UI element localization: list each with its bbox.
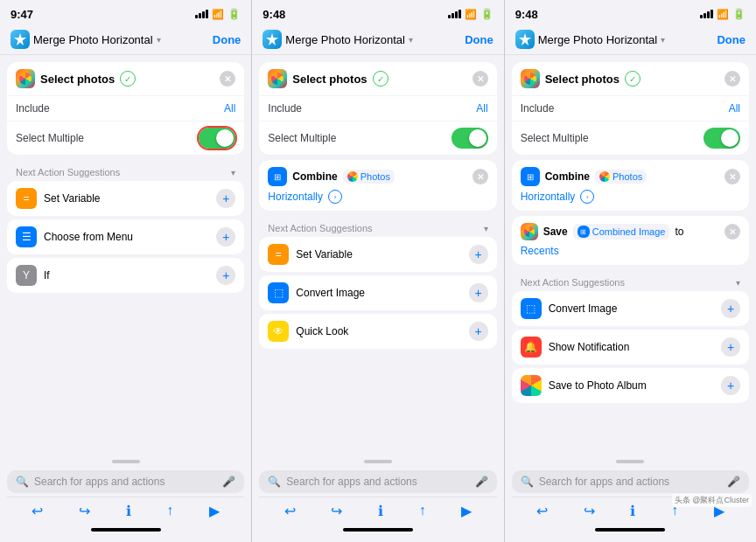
action-set-variable-1[interactable]: = Set Variable + [7, 181, 244, 216]
suggestions-section-1: Next Action Suggestions ▾ = Set Variable… [7, 160, 244, 296]
mic-icon-1[interactable]: 🎤 [222, 476, 235, 488]
action-save-photo-album-3[interactable]: Save to Photo Album + [512, 368, 749, 403]
chevron-icon-1: ▾ [157, 35, 161, 45]
action-convert-image-3[interactable]: ⬚ Convert Image + [512, 291, 749, 326]
header-title-area-2: Merge Photo Horizontal ▾ [262, 30, 413, 49]
nav-undo-3[interactable]: ↩ [536, 503, 548, 519]
action-show-notification-3[interactable]: 🔔 Show Notification + [512, 330, 749, 365]
add-show-notification-button-3[interactable]: + [721, 337, 740, 357]
status-icons-1: 📶 🔋 [195, 8, 241, 20]
nav-redo-1[interactable]: ↪ [79, 503, 90, 519]
close-save-button-3[interactable]: ✕ [724, 224, 740, 240]
save-text-3: Save [543, 226, 568, 238]
search-placeholder-1: Search for apps and actions [34, 476, 217, 488]
status-icons-3: 📶 🔋 [700, 8, 746, 20]
close-combine-button-2[interactable]: ✕ [472, 169, 488, 184]
close-combine-button-3[interactable]: ✕ [724, 169, 740, 184]
horizontally-arrow-2[interactable]: › [328, 190, 342, 204]
add-convert-image-button-2[interactable]: + [469, 283, 488, 302]
nav-redo-3[interactable]: ↪ [584, 503, 595, 519]
done-button-1[interactable]: Done [213, 33, 242, 46]
check-icon-2: ✓ [373, 71, 388, 87]
action-convert-image-2[interactable]: ⬚ Convert Image + [259, 275, 496, 310]
close-card-button-3[interactable]: ✕ [724, 71, 740, 87]
include-value-3[interactable]: All [729, 102, 740, 115]
select-multiple-toggle-1[interactable] [199, 128, 235, 149]
add-set-variable-button-2[interactable]: + [469, 245, 488, 264]
photos-tag-text-3: Photos [612, 171, 642, 182]
photos-tag-2[interactable]: Photos [343, 170, 395, 184]
done-button-3[interactable]: Done [717, 33, 746, 46]
shortcuts-icon-2 [262, 30, 282, 49]
save-card-3: Save ⊞ Combined Image to ✕ Recents [512, 216, 749, 265]
done-button-2[interactable]: Done [465, 33, 494, 46]
search-bar-2[interactable]: 🔍 Search for apps and actions 🎤 [259, 470, 496, 493]
mic-icon-3[interactable]: 🎤 [727, 476, 740, 488]
nav-info-3[interactable]: ℹ [630, 503, 635, 519]
convert-image-icon-2: ⬚ [268, 282, 289, 303]
add-quick-look-button-2[interactable]: + [469, 322, 488, 341]
select-multiple-toggle-3[interactable] [704, 128, 740, 149]
scroll-indicator-2 [364, 460, 392, 463]
combined-image-tag-3[interactable]: ⊞ Combined Image [573, 224, 670, 240]
chevron-icon-2: ▾ [409, 35, 413, 45]
add-save-photo-album-button-3[interactable]: + [721, 376, 740, 395]
add-if-button-1[interactable]: + [216, 266, 235, 285]
shortcuts-icon-1 [10, 30, 30, 49]
nav-play-1[interactable]: ▶ [209, 503, 220, 519]
nav-undo-2[interactable]: ↩ [284, 503, 296, 519]
select-multiple-row-3: Select Multiple [512, 121, 749, 155]
combine-left-2: ⊞ Combine Photos [268, 167, 395, 186]
workflow-title-2: Merge Photo Horizontal [285, 33, 405, 46]
search-bar-1[interactable]: 🔍 Search for apps and actions 🎤 [7, 470, 244, 493]
include-value-2[interactable]: All [476, 102, 487, 115]
horizontally-text-2[interactable]: Horizontally [268, 191, 323, 203]
search-bar-3[interactable]: 🔍 Search for apps and actions 🎤 [512, 470, 749, 493]
combine-left-3: ⊞ Combine Photos [521, 167, 648, 186]
horizontally-arrow-3[interactable]: › [580, 190, 594, 204]
recents-text-3[interactable]: Recents [521, 245, 559, 257]
suggestions-chevron-3[interactable]: ▾ [736, 278, 740, 288]
nav-share-1[interactable]: ↑ [166, 503, 173, 519]
nav-play-2[interactable]: ▶ [461, 503, 472, 519]
wifi-icon-3: 📶 [717, 9, 729, 20]
photos-tag-3[interactable]: Photos [595, 170, 647, 184]
select-photos-title-2: Select photos [292, 73, 367, 86]
select-photos-header-2: Select photos ✓ ✕ [259, 62, 496, 95]
search-icon-3: 🔍 [521, 476, 534, 488]
content-3: Select photos ✓ ✕ Include All Select Mul… [505, 55, 756, 456]
bottom-area-1: 🔍 Search for apps and actions 🎤 ↩ ↪ ℹ ↑ … [0, 456, 251, 542]
combine-text-2: Combine [292, 170, 337, 183]
nav-share-2[interactable]: ↑ [419, 503, 426, 519]
add-choose-menu-button-1[interactable]: + [216, 227, 235, 247]
nav-undo-1[interactable]: ↩ [32, 503, 43, 519]
shortcuts-icon-3 [515, 30, 535, 49]
add-convert-image-button-3[interactable]: + [721, 299, 740, 318]
suggestions-chevron-1[interactable]: ▾ [231, 168, 235, 177]
select-multiple-toggle-2[interactable] [452, 128, 488, 149]
mic-icon-2[interactable]: 🎤 [475, 476, 488, 488]
suggestions-chevron-2[interactable]: ▾ [484, 224, 488, 233]
nav-info-1[interactable]: ℹ [126, 503, 131, 519]
close-card-button-1[interactable]: ✕ [220, 71, 235, 87]
action-quick-look-2[interactable]: 👁 Quick Look + [259, 314, 496, 349]
suggestions-title-1: Next Action Suggestions [16, 167, 120, 177]
action-set-variable-2[interactable]: = Set Variable + [259, 237, 496, 272]
combine-card-3: ⊞ Combine Photos ✕ Horizontally › [512, 160, 749, 211]
add-set-variable-button-1[interactable]: + [216, 189, 235, 208]
combine-sub-row-2: Horizontally › [268, 190, 487, 204]
include-value-1[interactable]: All [224, 102, 235, 115]
select-multiple-row-2: Select Multiple [259, 121, 496, 155]
header-title-area-1: Merge Photo Horizontal ▾ [10, 30, 161, 49]
nav-redo-2[interactable]: ↪ [331, 503, 342, 519]
select-photos-card-2: Select photos ✓ ✕ Include All Select Mul… [259, 62, 496, 155]
action-if-1[interactable]: Y If + [7, 258, 244, 293]
select-photos-title-3: Select photos [545, 73, 620, 86]
save-photo-album-icon-3 [521, 375, 542, 396]
action-choose-menu-1[interactable]: ☰ Choose from Menu + [7, 219, 244, 254]
time-1: 9:47 [10, 8, 33, 21]
close-card-button-2[interactable]: ✕ [472, 71, 488, 87]
status-bar-1: 9:47 📶 🔋 [0, 0, 251, 24]
nav-info-2[interactable]: ℹ [378, 503, 383, 519]
horizontally-text-3[interactable]: Horizontally [521, 191, 576, 203]
